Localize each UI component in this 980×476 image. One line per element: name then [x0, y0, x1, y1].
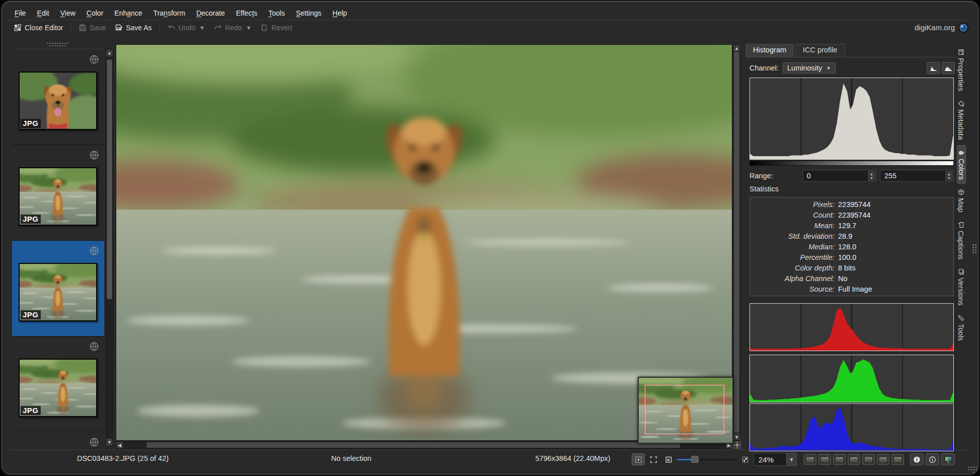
zoom-fit-window-button[interactable]: [632, 453, 645, 465]
redo-icon: [214, 24, 222, 32]
sidebar-resize-grip[interactable]: [972, 241, 976, 256]
editor-preview-button-5[interactable]: [862, 454, 875, 465]
scroll-down-icon[interactable]: ▼: [733, 434, 740, 440]
thumbnail-item-2[interactable]: JPG: [12, 145, 104, 241]
editor-preview-button-6[interactable]: [877, 454, 889, 465]
tab-histogram[interactable]: Histogram: [745, 44, 794, 57]
luminosity-histogram[interactable]: [749, 78, 954, 160]
geolocation-globe-icon: [89, 246, 99, 256]
pan-preview-overlay[interactable]: [638, 377, 733, 444]
menu-color[interactable]: Color: [81, 8, 109, 19]
editor-preview-button-7[interactable]: [891, 454, 904, 465]
thumbnail-item-3-selected[interactable]: JPG: [12, 241, 104, 336]
stat-row-pixels: Pixels:22395744: [750, 199, 953, 210]
close-editor-button[interactable]: Close Editor: [9, 22, 67, 33]
thumbnail-item-4[interactable]: JPG: [12, 336, 104, 432]
range-max-spinbox[interactable]: 255 ▲▼: [880, 170, 954, 182]
menu-file[interactable]: File: [9, 8, 32, 19]
color-managed-view-button[interactable]: [941, 453, 955, 465]
linear-histogram-icon: [930, 65, 937, 71]
spinner-arrows-icon[interactable]: ▲▼: [868, 171, 875, 181]
thumbnail-image[interactable]: JPG: [19, 72, 97, 130]
save-button[interactable]: Save: [74, 22, 110, 33]
sidebar-tab-map[interactable]: Map: [957, 185, 965, 216]
zoom-out-button[interactable]: [662, 453, 675, 465]
thumbnail-item-5[interactable]: [12, 432, 104, 446]
spinner-arrows-icon[interactable]: ▲▼: [945, 171, 953, 181]
stat-row-alpha-channel: Alpha Channel:No: [750, 274, 953, 284]
menu-edit[interactable]: Edit: [32, 8, 55, 19]
zoom-slider[interactable]: [677, 453, 736, 465]
scrollbar-thumb[interactable]: [146, 442, 680, 448]
sidebar-tab-label: Properties: [957, 58, 965, 91]
save-as-label: Save As: [126, 24, 152, 32]
menu-effects[interactable]: Effects: [231, 8, 263, 19]
menu-view[interactable]: View: [55, 8, 81, 19]
sidebar-tab-captions[interactable]: Captions: [957, 218, 965, 263]
metadata-icon: [958, 100, 964, 107]
format-badge: JPG: [21, 215, 41, 224]
thumbnail-image[interactable]: JPG: [19, 167, 97, 226]
scroll-left-icon[interactable]: ◀: [116, 442, 123, 448]
geolocation-globe-icon: [89, 54, 99, 64]
window-resize-grip[interactable]: [966, 463, 977, 473]
main-toolbar: Close EditorSaveSave AsUndo▼Redo▼Revertd…: [9, 21, 971, 35]
redo-button[interactable]: Redo▼: [209, 22, 256, 33]
stat-row-color-depth: Color depth:8 bits: [750, 263, 953, 274]
zoom-fit-selection-button[interactable]: [647, 453, 660, 465]
thumbnail-scrollbar[interactable]: ▲ ▼: [106, 49, 113, 446]
editor-preview-button-1[interactable]: [804, 454, 816, 465]
status-image-size: 5796x3864 (22.40Mpx): [507, 454, 638, 462]
menu-enhance[interactable]: Enhance: [109, 8, 147, 19]
digikam-brand: digiKam.org: [915, 22, 971, 33]
scroll-up-icon[interactable]: ▲: [106, 49, 113, 56]
sidebar-tab-metadata[interactable]: Metadata: [957, 96, 965, 144]
sidebar-tab-versions[interactable]: Versions: [957, 264, 965, 310]
stat-label: Percentile:: [750, 252, 835, 263]
menu-transform[interactable]: Transform: [148, 8, 191, 19]
thumbbar-drag-handle[interactable]: [46, 42, 68, 47]
screenshot-stage: FileEditViewColorEnhanceTransformDecorat…: [0, 0, 980, 476]
chevron-down-icon[interactable]: ▼: [246, 25, 251, 31]
editor-preview-button-4[interactable]: [848, 454, 860, 465]
undo-button[interactable]: Undo▼: [163, 22, 209, 33]
sidebar-tab-tools[interactable]: Tools: [957, 311, 965, 345]
editor-preview-button-2[interactable]: [818, 454, 831, 465]
log-histogram-icon: [945, 65, 952, 71]
visible-region-rectangle[interactable]: [644, 384, 725, 435]
tools-icon: [958, 315, 964, 321]
tab-icc-profile[interactable]: ICC profile: [795, 44, 845, 57]
log-histogram-button[interactable]: [942, 62, 955, 74]
pan-tool-button[interactable]: [733, 441, 741, 449]
stat-value: 129.7: [835, 221, 856, 231]
sidebar-tab-properties[interactable]: Properties: [957, 45, 965, 95]
menu-tools[interactable]: Tools: [263, 8, 290, 19]
stat-row-percentile: Percentile:100.0: [750, 252, 953, 263]
scroll-down-icon[interactable]: ▼: [106, 439, 113, 446]
scrollbar-thumb[interactable]: [734, 52, 739, 433]
chevron-down-icon[interactable]: ▼: [199, 25, 205, 31]
menu-help[interactable]: Help: [327, 8, 353, 19]
slider-handle[interactable]: [691, 456, 699, 463]
canvas-vertical-scrollbar[interactable]: ▲ ▼: [733, 44, 740, 441]
thumbnail-image[interactable]: JPG: [19, 263, 97, 321]
zoom-percent-combo[interactable]: 24% ▼: [753, 453, 797, 466]
revert-button[interactable]: Revert: [256, 22, 296, 33]
thumbnail-image[interactable]: JPG: [19, 359, 97, 417]
menu-settings[interactable]: Settings: [290, 8, 327, 19]
scroll-up-icon[interactable]: ▲: [733, 45, 740, 51]
chevron-down-icon[interactable]: ▼: [786, 453, 796, 465]
range-min-spinbox[interactable]: 0 ▲▼: [802, 170, 876, 182]
menu-decorate[interactable]: Decorate: [191, 8, 231, 19]
editor-preview-button-3[interactable]: [833, 454, 846, 465]
save-as-button[interactable]: Save As: [110, 22, 156, 33]
linear-histogram-button[interactable]: [927, 62, 940, 74]
sidebar-tab-colors[interactable]: Colors: [957, 145, 966, 184]
thumbnail-item-1[interactable]: JPG: [12, 49, 104, 145]
zoom-in-button[interactable]: [738, 453, 751, 465]
scrollbar-thumb[interactable]: [107, 59, 112, 299]
channel-dropdown[interactable]: Luminosity ▼: [783, 62, 836, 74]
overexposure-indicator-button[interactable]: [926, 453, 939, 465]
underexposure-indicator-button[interactable]: [910, 453, 924, 465]
image-mini-icon: [893, 456, 902, 463]
